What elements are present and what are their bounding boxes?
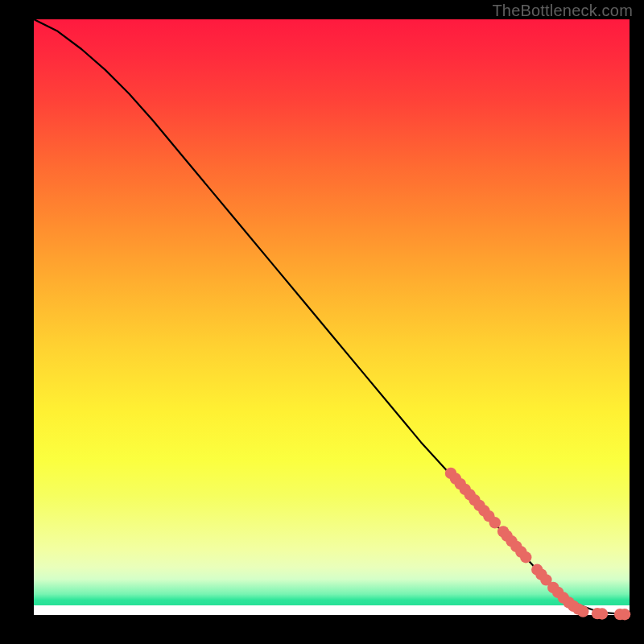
data-marker bbox=[619, 609, 630, 620]
watermark-text: TheBottleneck.com bbox=[492, 2, 633, 20]
data-marker bbox=[520, 551, 531, 563]
plot-area bbox=[34, 19, 630, 615]
curve-svg bbox=[34, 19, 630, 615]
data-marker bbox=[577, 605, 588, 617]
data-marker bbox=[597, 608, 608, 619]
data-marker bbox=[489, 517, 501, 528]
data-markers bbox=[445, 468, 630, 621]
chart-frame: TheBottleneck.com bbox=[0, 0, 644, 644]
bottleneck-curve bbox=[34, 19, 630, 614]
